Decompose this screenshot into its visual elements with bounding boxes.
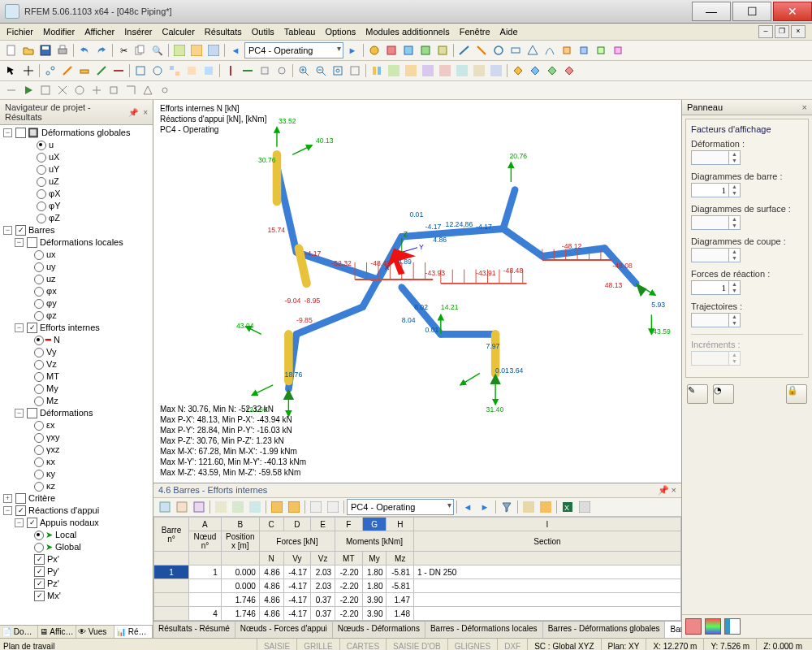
- zoom-fit-icon[interactable]: [330, 63, 346, 79]
- tool-icon[interactable]: [510, 63, 526, 79]
- navigator-tree[interactable]: − 🔲 Déformations globales u uX uY uZ φX …: [0, 125, 153, 625]
- undo-icon[interactable]: [76, 42, 93, 58]
- tool-icon[interactable]: [473, 42, 490, 58]
- tool-icon[interactable]: [59, 63, 76, 79]
- print-icon[interactable]: [54, 42, 71, 58]
- tool-icon[interactable]: [527, 63, 543, 79]
- mdi-close[interactable]: ×: [791, 25, 806, 38]
- tool-icon[interactable]: [386, 63, 402, 79]
- navtab-display[interactable]: 🖥 Affic…: [38, 626, 76, 638]
- save-icon[interactable]: [37, 42, 54, 58]
- table-tool-icon[interactable]: [308, 499, 324, 515]
- tool-icon[interactable]: [149, 63, 166, 79]
- table-tool-icon[interactable]: [157, 499, 173, 515]
- tool-icon[interactable]: [42, 63, 58, 79]
- tool-icon[interactable]: [201, 63, 217, 79]
- palette-icon[interactable]: [685, 618, 702, 635]
- tool-icon[interactable]: [488, 63, 504, 79]
- forces-spinner[interactable]: ▲▼: [691, 280, 741, 295]
- panel-button-2[interactable]: ◔: [713, 384, 734, 404]
- tool-icon[interactable]: [610, 42, 626, 58]
- tool-icon[interactable]: [89, 82, 105, 98]
- panel-button-1[interactable]: ✎: [687, 384, 708, 404]
- tool-icon[interactable]: [369, 63, 385, 79]
- new-file-icon[interactable]: [3, 42, 19, 58]
- menu-tableau[interactable]: Tableau: [284, 27, 316, 37]
- tool-icon[interactable]: [3, 82, 19, 98]
- table-tool-icon[interactable]: [325, 499, 341, 515]
- navtab-results[interactable]: 📊 Résu…: [114, 626, 153, 638]
- zoom-in-icon[interactable]: [296, 63, 312, 79]
- tool-icon[interactable]: [400, 42, 417, 58]
- tool-icon[interactable]: [171, 42, 188, 58]
- left-arrow-icon[interactable]: ◄: [227, 42, 244, 58]
- tool-icon[interactable]: [222, 63, 239, 79]
- tool-icon[interactable]: [205, 42, 222, 58]
- tool-icon[interactable]: [593, 42, 609, 58]
- menu-modules[interactable]: Modules additionnels: [365, 27, 449, 37]
- tool-icon[interactable]: [366, 42, 382, 58]
- table-tool-icon[interactable]: [577, 499, 593, 515]
- increments-spinner[interactable]: ▲▼: [691, 351, 741, 366]
- tool-icon[interactable]: [559, 42, 575, 58]
- table-tool-icon[interactable]: [230, 499, 246, 515]
- table-tool-icon[interactable]: [213, 499, 229, 515]
- diag-coupe-spinner[interactable]: ▲▼: [691, 248, 741, 262]
- tab-barres-defloc[interactable]: Barres - Déformations locales: [425, 622, 543, 638]
- redo-icon[interactable]: [93, 42, 110, 58]
- cut-icon[interactable]: ✂: [115, 42, 132, 58]
- panel-close-icon[interactable]: ×: [143, 108, 148, 117]
- tool-icon[interactable]: [471, 63, 487, 79]
- gradient-icon[interactable]: [705, 618, 721, 635]
- menu-fenetre[interactable]: Fenêtre: [460, 27, 490, 37]
- right-arrow-icon[interactable]: ►: [344, 42, 361, 58]
- next-icon[interactable]: ►: [477, 499, 493, 515]
- zoom-out-icon[interactable]: [313, 63, 329, 79]
- copy-icon[interactable]: [132, 42, 149, 58]
- tool-icon[interactable]: [274, 63, 290, 79]
- prev-icon[interactable]: ◄: [460, 499, 476, 515]
- tab-noeuds-forces[interactable]: Nœuds - Forces d'appui: [235, 622, 333, 638]
- tool-icon[interactable]: [132, 63, 149, 79]
- tool-icon[interactable]: [456, 42, 473, 58]
- menu-afficher[interactable]: Afficher: [84, 27, 114, 37]
- tool-icon[interactable]: [508, 42, 524, 58]
- menu-aide[interactable]: Aide: [500, 27, 518, 37]
- table-tool-icon[interactable]: [191, 499, 207, 515]
- tool-icon[interactable]: [403, 63, 419, 79]
- table-tool-icon[interactable]: [286, 499, 302, 515]
- tool-icon[interactable]: [525, 42, 541, 58]
- play-icon[interactable]: [20, 82, 37, 98]
- loadcase-combo[interactable]: PC4 - Operating: [244, 42, 343, 58]
- tool-icon[interactable]: [240, 63, 256, 79]
- pan-icon[interactable]: [20, 63, 37, 79]
- tool-icon[interactable]: [561, 63, 577, 79]
- diag-barre-spinner[interactable]: ▲▼: [691, 183, 741, 197]
- menu-outils[interactable]: Outils: [252, 27, 274, 37]
- deformation-spinner[interactable]: ▲▼: [691, 150, 741, 165]
- menu-modifier[interactable]: Modifier: [43, 27, 75, 37]
- 3d-view[interactable]: Efforts internes N [kN] Réactions d'appu…: [153, 100, 681, 483]
- close-button[interactable]: ✕: [773, 2, 812, 21]
- menu-options[interactable]: Options: [325, 27, 356, 37]
- magnifier-icon[interactable]: 🔍: [149, 42, 166, 58]
- tool-icon[interactable]: [434, 42, 451, 58]
- menu-resultats[interactable]: Résultats: [205, 27, 242, 37]
- tool-icon[interactable]: [166, 63, 183, 79]
- tool-icon[interactable]: [157, 82, 173, 98]
- trajectoires-spinner[interactable]: ▲▼: [691, 313, 741, 327]
- table-tool-icon[interactable]: [174, 499, 190, 515]
- tool-icon[interactable]: [106, 82, 122, 98]
- tool-icon[interactable]: [140, 82, 156, 98]
- table-tool-icon[interactable]: [247, 499, 263, 515]
- table-tool-icon[interactable]: [538, 499, 554, 515]
- tool-icon[interactable]: [71, 82, 88, 98]
- table-loadcase-combo[interactable]: PC4 - Operating: [347, 499, 454, 515]
- menu-fichier[interactable]: Fichier: [6, 27, 33, 37]
- tool-icon[interactable]: [54, 82, 71, 98]
- tab-noeuds-def[interactable]: Nœuds - Déformations: [333, 622, 425, 638]
- tool-icon[interactable]: [544, 63, 560, 79]
- tool-icon[interactable]: [37, 82, 54, 98]
- table-tool-icon[interactable]: [269, 499, 285, 515]
- menu-inserer[interactable]: Insérer: [124, 27, 152, 37]
